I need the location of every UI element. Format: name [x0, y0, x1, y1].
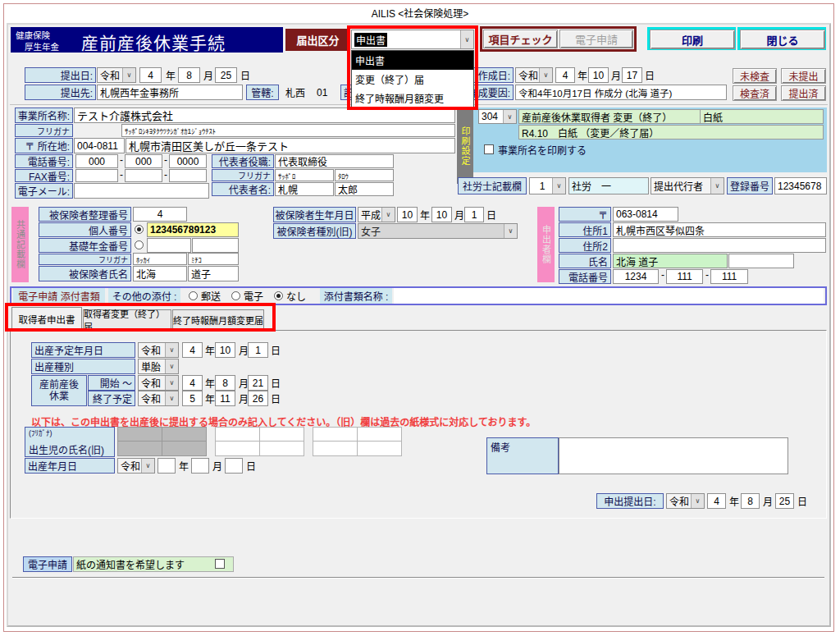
- due-date-month-input[interactable]: 10: [215, 342, 235, 358]
- due-date-era-select[interactable]: 令和∨: [138, 342, 179, 358]
- due-date-day-input[interactable]: 1: [248, 342, 268, 358]
- dropdown-option-shuuryouji[interactable]: 終了時報酬月額変更: [352, 89, 473, 108]
- due-date-year-input[interactable]: 4: [182, 342, 203, 358]
- submit-to-input[interactable]: 札幌西年金事務所: [97, 85, 243, 100]
- application-submit-month-input[interactable]: 8: [741, 493, 760, 509]
- basic-pension-radio[interactable]: [135, 240, 144, 249]
- created-date-year-input[interactable]: 4: [555, 67, 575, 83]
- tab-acquirer-application[interactable]: 取得者申出書: [11, 307, 82, 330]
- child3-kana2-cell[interactable]: [357, 427, 402, 442]
- print-form-code-select[interactable]: 304∨: [478, 109, 517, 124]
- applicant-zip-input[interactable]: 063-0814: [613, 207, 678, 222]
- actual-birth-year-input[interactable]: [158, 458, 176, 474]
- child2-name1-cell[interactable]: [215, 441, 260, 456]
- attach-electronic-radio[interactable]: [231, 291, 240, 300]
- insured-birth-month-input[interactable]: 10: [431, 207, 452, 222]
- child2-kana2-cell[interactable]: [259, 427, 304, 442]
- actual-birth-month-input[interactable]: [191, 458, 209, 474]
- insured-kana1-input[interactable]: ﾎｯｶｲ: [133, 253, 187, 265]
- basic-pension-input2[interactable]: [192, 238, 239, 253]
- office-address-input[interactable]: 札幌市清田区美しが丘一条テスト: [126, 138, 455, 153]
- actual-birth-era-select[interactable]: 令和∨: [117, 458, 155, 474]
- item-check-button[interactable]: 項目チェック: [483, 30, 558, 48]
- dropdown-option-henkou-todoke[interactable]: 変更（終了）届: [352, 70, 473, 89]
- created-date-month-input[interactable]: 10: [588, 67, 609, 83]
- insured-birth-day-input[interactable]: 1: [464, 207, 484, 222]
- basic-pension-input1[interactable]: [147, 238, 191, 253]
- leave-end-year-input[interactable]: 5: [182, 391, 203, 406]
- insured-birth-year-input[interactable]: 10: [397, 207, 418, 222]
- insured-name1-input[interactable]: 北海: [133, 266, 187, 281]
- status-unchecked-button[interactable]: 未検査: [733, 68, 777, 84]
- sharoushi-num-select[interactable]: 1∨: [529, 177, 566, 194]
- print-button[interactable]: 印刷: [650, 30, 735, 49]
- insured-number-input[interactable]: 4: [133, 207, 187, 222]
- applicant-tel2-input[interactable]: 111: [666, 269, 703, 284]
- print-office-name-checkbox[interactable]: [484, 144, 494, 154]
- office-name-input[interactable]: テスト介護株式会社: [74, 108, 455, 123]
- attach-none-radio[interactable]: [274, 291, 283, 300]
- rep-name2-input[interactable]: 太郎: [335, 182, 394, 196]
- applicant-addr2-input[interactable]: [613, 238, 826, 253]
- leave-end-era-select[interactable]: 令和∨: [138, 391, 179, 406]
- office-tel1-input[interactable]: 000: [75, 154, 118, 168]
- insured-birth-era-select[interactable]: 平成∨: [358, 207, 395, 222]
- applicant-tel1-input[interactable]: 1234: [613, 269, 659, 284]
- status-submitted-button[interactable]: 提出済: [781, 85, 826, 101]
- child3-name1-cell[interactable]: [313, 441, 358, 456]
- applicant-addr1-input[interactable]: 札幌市西区琴似四条: [613, 222, 826, 237]
- attach-mail-radio[interactable]: [189, 291, 198, 300]
- applicant-name-input[interactable]: 北海 道子: [613, 254, 728, 268]
- leave-start-era-select[interactable]: 令和∨: [138, 375, 179, 391]
- paper-notice-checkbox[interactable]: [215, 559, 225, 569]
- tab-change-end-report[interactable]: 取得者変更（終了）届: [83, 309, 171, 330]
- office-fax1-input[interactable]: [75, 169, 118, 182]
- submit-date-day-input[interactable]: 25: [215, 67, 237, 83]
- leave-start-year-input[interactable]: 4: [182, 375, 203, 391]
- child2-kana1-cell[interactable]: [215, 427, 260, 442]
- status-unsubmitted-button[interactable]: 未提出: [781, 68, 826, 84]
- office-tel3-input[interactable]: 0000: [169, 154, 207, 168]
- office-tel2-input[interactable]: 000: [125, 154, 162, 168]
- e-apply-button[interactable]: 電子申請: [559, 30, 633, 48]
- close-button[interactable]: 閉じる: [740, 30, 825, 49]
- agent-type-select[interactable]: 提出代行者∨: [651, 177, 724, 194]
- office-kana-input[interactable]: ｻｯﾎﾟﾛｼｷﾖﾀｸｳﾂｸｼｶﾞｵｶ1ｼﾞｮｳﾃｽﾄ: [121, 124, 455, 137]
- chevron-down-icon[interactable]: ∨: [460, 30, 473, 48]
- tab-end-salary-change[interactable]: 終了時報酬月額変更届: [172, 309, 264, 330]
- birth-type-select[interactable]: 単胎∨: [138, 359, 179, 374]
- insured-kana2-input[interactable]: ﾐﾁｺ: [188, 253, 239, 265]
- application-submit-day-input[interactable]: 25: [775, 493, 794, 509]
- office-fax2-input[interactable]: [125, 169, 162, 182]
- rep-kana2-input[interactable]: ﾀﾛｳ: [335, 169, 394, 181]
- registration-number-input[interactable]: 12345678: [774, 177, 827, 194]
- personal-number-input[interactable]: 123456789123: [147, 222, 239, 237]
- rep-name1-input[interactable]: 札幌: [275, 182, 334, 196]
- submit-date-year-input[interactable]: 4: [139, 67, 162, 83]
- child3-name2-cell[interactable]: [357, 441, 402, 456]
- insured-name2-input[interactable]: 道子: [188, 266, 239, 281]
- dropdown-option-moushidesho[interactable]: 申出書: [352, 51, 473, 70]
- submit-date-era-select[interactable]: 令和∨: [97, 67, 136, 83]
- created-date-era-select[interactable]: 令和∨: [515, 67, 553, 83]
- applicant-tel3-input[interactable]: 111: [710, 269, 748, 284]
- created-date-day-input[interactable]: 17: [622, 67, 642, 83]
- leave-start-day-input[interactable]: 21: [248, 375, 268, 391]
- report-type-select[interactable]: 申出書 ∨: [351, 30, 474, 49]
- personal-number-radio[interactable]: [135, 225, 144, 234]
- office-email-input[interactable]: [74, 183, 209, 199]
- child3-kana1-cell[interactable]: [313, 427, 358, 442]
- status-checked-button[interactable]: 検査済: [733, 85, 777, 101]
- remarks-input[interactable]: [559, 437, 788, 474]
- application-submit-year-input[interactable]: 4: [707, 493, 726, 509]
- rep-title-input[interactable]: 代表取締役: [275, 154, 394, 168]
- office-fax3-input[interactable]: [169, 169, 207, 182]
- submit-date-month-input[interactable]: 8: [178, 67, 200, 83]
- application-submit-era-select[interactable]: 令和∨: [666, 493, 705, 509]
- leave-end-month-input[interactable]: 11: [215, 391, 235, 406]
- applicant-name-extra-input[interactable]: [728, 254, 794, 268]
- leave-end-day-input[interactable]: 26: [248, 391, 268, 406]
- leave-start-month-input[interactable]: 8: [215, 375, 235, 391]
- rep-kana1-input[interactable]: ｻｯﾎﾟﾛ: [275, 169, 334, 181]
- attachment-name-input[interactable]: [394, 288, 824, 304]
